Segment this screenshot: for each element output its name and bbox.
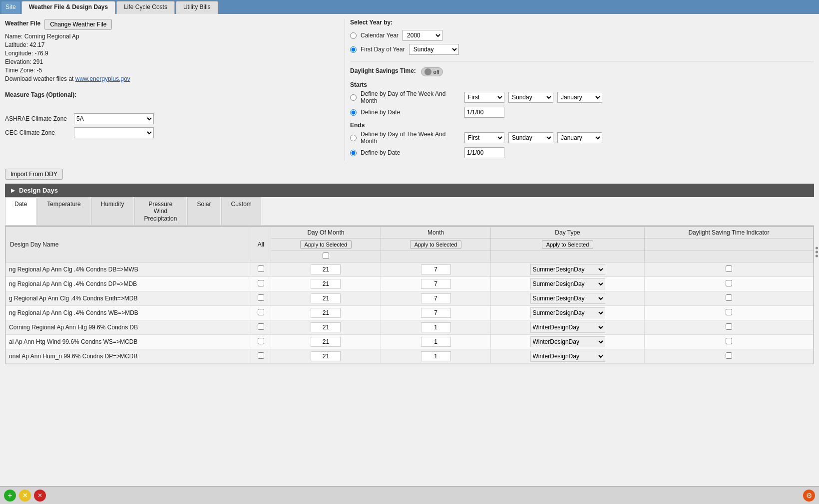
day-type-select[interactable]: SummerDesignDayWinterDesignDaySundayMond… [530, 278, 605, 289]
dst-checkbox[interactable] [726, 323, 732, 330]
day-type-select[interactable]: SummerDesignDayWinterDesignDaySundayMond… [530, 307, 605, 318]
day-input[interactable] [311, 293, 341, 303]
import-from-ddy-button[interactable]: Import From DDY [5, 169, 63, 180]
dst-checkbox[interactable] [726, 294, 732, 301]
first-day-radio[interactable] [350, 46, 357, 53]
starts-month-select[interactable]: JanuaryFebruaryMarchAprilMayJuneJulyAugu… [557, 92, 602, 103]
starts-by-date-radio[interactable] [350, 109, 357, 116]
month-input[interactable] [421, 264, 451, 274]
dd-tab-solar[interactable]: Solar [187, 197, 220, 225]
settings-icon[interactable]: ⚙ [803, 490, 815, 499]
tab-utility[interactable]: Utility Bills [176, 1, 218, 14]
row-checkbox[interactable] [258, 294, 264, 301]
dd-tab-custom[interactable]: Custom [221, 197, 261, 225]
change-weather-file-button[interactable]: Change Weather File [44, 19, 112, 30]
ends-label: Ends [350, 122, 814, 129]
design-days-table: Design Day Name All Day Of Month Month D… [5, 227, 814, 364]
first-day-select[interactable]: SundayMondayTuesdayWednesdayThursdayFrid… [409, 44, 459, 55]
ends-by-week-radio[interactable] [350, 135, 357, 141]
row-checkbox[interactable] [258, 323, 264, 330]
ends-first-select[interactable]: FirstSecondThirdFourthLast [464, 132, 504, 143]
day-type-select[interactable]: SummerDesignDayWinterDesignDaySundayMond… [530, 322, 605, 333]
col-day-type-header: Day Type [491, 227, 645, 239]
day-input[interactable] [311, 351, 341, 361]
starts-by-week-radio[interactable] [350, 94, 357, 101]
dot-1 [816, 247, 818, 250]
apply-day-button[interactable]: Apply to Selected [300, 240, 352, 249]
month-input[interactable] [421, 322, 451, 332]
dst-toggle[interactable]: off [421, 67, 443, 76]
add-icon[interactable]: + [4, 490, 16, 499]
weather-name-row: Name: Corning Regional Ap [5, 33, 335, 40]
energyplus-link[interactable]: www.energyplus.gov [75, 75, 130, 82]
download-line: Download weather files at www.energyplus… [5, 75, 335, 82]
day-input[interactable] [311, 337, 341, 347]
dd-tab-pressure[interactable]: PressureWindPrecipitation [134, 197, 186, 225]
apply-month-button[interactable]: Apply to Selected [410, 240, 462, 249]
row-checkbox[interactable] [258, 309, 264, 315]
day-type-select[interactable]: SummerDesignDayWinterDesignDaySundayMond… [530, 336, 605, 347]
table-row-name: onal Ap Ann Hum_n 99.6% Condns DP=>MCDB [6, 349, 251, 364]
all-day-checkbox-cell [271, 251, 381, 262]
day-input[interactable] [311, 308, 341, 318]
dst-checkbox[interactable] [726, 265, 732, 272]
table-row-dst [644, 349, 813, 364]
ends-month-select[interactable]: JanuaryFebruaryMarchAprilMayJuneJulyAugu… [557, 132, 602, 143]
tab-site[interactable]: Site [1, 1, 20, 14]
table-row-type: SummerDesignDayWinterDesignDaySundayMond… [491, 335, 645, 349]
starts-date-input[interactable] [464, 107, 504, 118]
day-input[interactable] [311, 264, 341, 274]
day-input[interactable] [311, 279, 341, 289]
day-input[interactable] [311, 322, 341, 332]
col-all: All [251, 227, 271, 262]
download-text: Download weather files at [5, 75, 75, 82]
row-checkbox[interactable] [258, 338, 264, 344]
calendar-year-radio[interactable] [350, 32, 357, 39]
cec-select[interactable] [74, 127, 154, 138]
ends-by-date-label: Define by Date [361, 149, 460, 156]
table-row-checkbox-cell [251, 262, 271, 277]
row-checkbox[interactable] [258, 352, 264, 359]
ends-by-date-radio[interactable] [350, 150, 357, 156]
table-row-dst [644, 320, 813, 335]
ends-day-select[interactable]: SundayMondayTuesdayWednesdayThursdayFrid… [508, 132, 553, 143]
row-checkbox[interactable] [258, 280, 264, 286]
row-checkbox[interactable] [258, 265, 264, 272]
day-type-select[interactable]: SummerDesignDayWinterDesignDaySundayMond… [530, 264, 605, 275]
tab-lifecycle[interactable]: Life Cycle Costs [116, 1, 175, 14]
calendar-year-select[interactable]: 200020012002 [403, 30, 442, 41]
apply-day-cell: Apply to Selected [271, 239, 381, 251]
day-type-select[interactable]: SummerDesignDayWinterDesignDaySundayMond… [530, 293, 605, 304]
dd-tab-temperature[interactable]: Temperature [37, 197, 90, 225]
cross-icon[interactable]: ✕ [19, 490, 31, 499]
dd-tab-date[interactable]: Date [5, 197, 36, 225]
table-row-day [271, 320, 381, 335]
month-input[interactable] [421, 337, 451, 347]
apply-type-button[interactable]: Apply to Selected [542, 240, 594, 249]
spacer-type [491, 251, 645, 262]
ashrae-select[interactable]: 5A1A2A3A4A5B6A7 [74, 113, 154, 124]
remove-icon[interactable]: ✕ [34, 490, 46, 499]
dst-checkbox[interactable] [726, 352, 732, 359]
dd-tab-humidity[interactable]: Humidity [91, 197, 134, 225]
starts-first-select[interactable]: FirstSecondThirdFourthLast [464, 92, 504, 103]
table-row-month [381, 306, 491, 320]
dst-checkbox[interactable] [726, 280, 732, 286]
name-label: Name: [5, 33, 22, 40]
starts-day-select[interactable]: SundayMondayTuesdayWednesdayThursdayFrid… [508, 92, 553, 103]
dst-checkbox[interactable] [726, 338, 732, 344]
tab-weather[interactable]: Weather File & Design Days [21, 1, 116, 14]
month-input[interactable] [421, 351, 451, 361]
toggle-knob [424, 68, 431, 75]
dst-row: Daylight Savings Time: off [350, 67, 814, 76]
all-day-checkbox[interactable] [323, 252, 329, 259]
timezone-line: Time Zone: -5 [5, 67, 335, 74]
day-type-select[interactable]: SummerDesignDayWinterDesignDaySundayMond… [530, 351, 605, 362]
month-input[interactable] [421, 293, 451, 303]
dst-checkbox[interactable] [726, 309, 732, 315]
month-input[interactable] [421, 279, 451, 289]
calendar-year-label: Calendar Year [361, 32, 399, 39]
ends-date-input[interactable] [464, 147, 504, 158]
month-input[interactable] [421, 308, 451, 318]
table-row-month [381, 262, 491, 277]
